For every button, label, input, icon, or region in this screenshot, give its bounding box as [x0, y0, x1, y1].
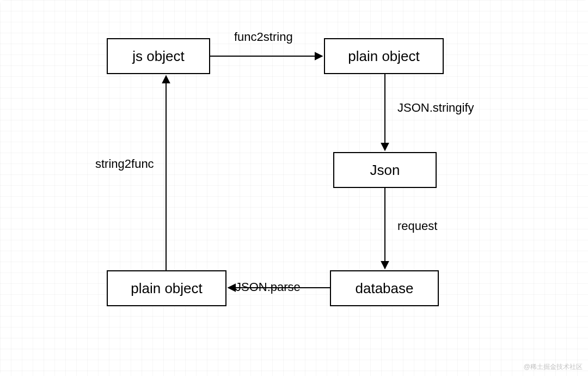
edges-layer — [0, 0, 588, 376]
diagram-canvas: js object plain object Json database pla… — [0, 0, 588, 376]
node-plain-object-bottom: plain object — [107, 270, 226, 306]
edge-label-json-stringify: JSON.stringify — [397, 101, 474, 115]
edge-label-func2string: func2string — [234, 30, 293, 44]
node-plain-object-top: plain object — [324, 38, 444, 74]
watermark: @稀土掘金技术社区 — [524, 362, 583, 372]
edge-label-json-parse: JSON.parse — [235, 280, 301, 294]
node-label: plain object — [348, 48, 420, 65]
node-label: database — [356, 280, 414, 297]
node-label: plain object — [131, 280, 203, 297]
node-database: database — [330, 270, 439, 306]
node-label: js object — [132, 48, 184, 65]
edge-label-string2func: string2func — [95, 157, 154, 171]
node-json: Json — [333, 152, 437, 188]
edge-label-request: request — [397, 219, 437, 233]
node-js-object: js object — [107, 38, 210, 74]
node-label: Json — [370, 162, 400, 179]
